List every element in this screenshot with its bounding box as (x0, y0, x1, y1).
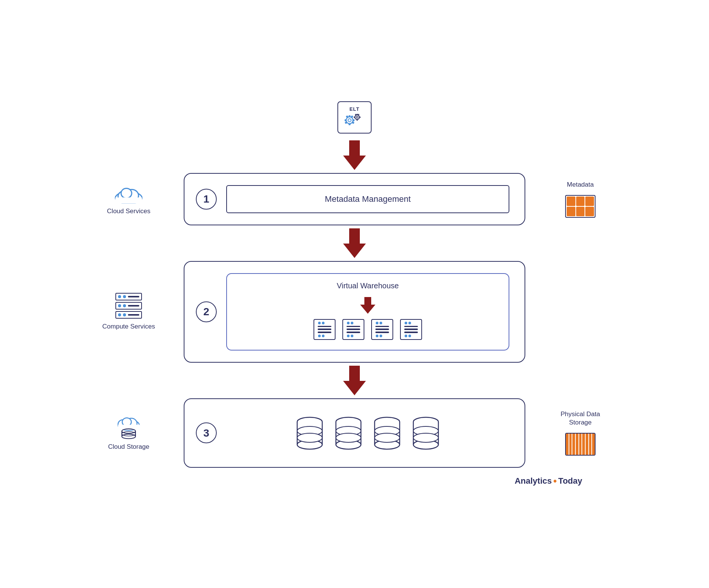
metadata-side: Metadata (552, 180, 609, 217)
elt-box: ELT (337, 101, 372, 134)
svg-point-10 (355, 115, 359, 119)
layer2-wrapper: Compute Services 2 Virtual Warehouse (184, 261, 525, 363)
physical-storage-side: Physical Data Storage (552, 410, 609, 456)
arrow-shaft-1 (349, 140, 360, 156)
virtual-warehouse-label: Virtual Warehouse (238, 281, 497, 290)
cloud-storage-label: Cloud Storage (108, 443, 150, 451)
svg-rect-14 (354, 116, 355, 118)
layer2-number: 2 (196, 301, 217, 322)
svg-rect-5 (353, 119, 354, 121)
compute-services-icon (115, 292, 142, 318)
layer2-outer: 2 Virtual Warehouse (184, 261, 525, 363)
svg-point-39 (297, 433, 322, 442)
arrow-head-2 (343, 244, 366, 258)
svg-point-46 (336, 433, 361, 442)
svg-rect-12 (357, 114, 358, 115)
metadata-management-box: Metadata Management (226, 185, 509, 213)
svg-point-21 (121, 188, 132, 198)
arrow-shaft-3 (349, 366, 360, 381)
virtual-warehouse-box: Virtual Warehouse (226, 273, 509, 351)
brand-prefix: Analytics (515, 476, 552, 486)
elt-gears-svg (344, 112, 365, 129)
layer1-number: 1 (196, 189, 217, 209)
layer1-wrapper: Cloud Services Metadata 1 (184, 173, 525, 225)
svg-point-60 (413, 433, 438, 442)
arrow-1 (343, 140, 366, 170)
arrow-3 (343, 366, 366, 395)
storage-row (226, 411, 509, 455)
svg-rect-22 (115, 197, 142, 203)
db-icon-3 (373, 415, 401, 451)
layer3-outer: 3 (184, 398, 525, 468)
cloud-services-label: Cloud Services (107, 207, 150, 215)
arrow-shaft-2 (349, 228, 360, 244)
compute-services-label: Compute Services (102, 322, 155, 330)
arrow-head-3 (343, 381, 366, 395)
brand-dot: • (553, 475, 557, 487)
svg-rect-13 (357, 119, 358, 121)
layer1-outer: 1 Metadata Management (184, 173, 525, 225)
svg-rect-2 (349, 115, 351, 117)
metadata-label: Metadata (567, 180, 594, 189)
server-icon-4 (400, 319, 422, 340)
cloud-storage-svg (115, 414, 143, 439)
arrow-head-1 (343, 156, 366, 170)
db-icon-1 (296, 415, 323, 451)
metadata-icon (565, 195, 596, 218)
svg-point-11 (356, 116, 358, 118)
server-icon-3 (371, 319, 393, 340)
physical-storage-icon (565, 433, 596, 456)
svg-point-0 (346, 117, 353, 124)
brand: Analytics • Today (515, 475, 582, 487)
cloud-storage-icon (115, 414, 143, 439)
svg-rect-4 (345, 119, 347, 121)
cloud-services-icon (113, 182, 144, 203)
elt-icon: ELT (337, 101, 372, 134)
svg-rect-3 (349, 123, 351, 125)
db-icon-2 (335, 415, 362, 451)
svg-point-53 (375, 433, 400, 442)
brand-suffix: Today (558, 476, 582, 486)
inner-arrow-container (238, 297, 497, 314)
layer3-number: 3 (196, 423, 217, 443)
arrow-2 (343, 228, 366, 258)
server-icon-1 (314, 319, 336, 340)
svg-point-1 (348, 119, 351, 122)
svg-rect-15 (359, 116, 361, 118)
diagram-wrapper: ELT (127, 101, 582, 487)
layer3-wrapper: Cloud Storage Physical Data Storage (184, 398, 525, 468)
compute-services-side: Compute Services (100, 292, 157, 330)
elt-label: ELT (350, 106, 360, 112)
server-icon-2 (342, 319, 364, 340)
svg-point-31 (122, 434, 135, 439)
metadata-management-label: Metadata Management (325, 194, 411, 204)
server-row (238, 319, 497, 340)
cloud-storage-side: Cloud Storage (100, 414, 157, 451)
cloud-services-side: Cloud Services (100, 182, 157, 215)
physical-storage-label: Physical Data Storage (552, 410, 609, 427)
layers-container: Cloud Services Metadata 1 (127, 173, 582, 468)
db-icon-4 (412, 415, 440, 451)
